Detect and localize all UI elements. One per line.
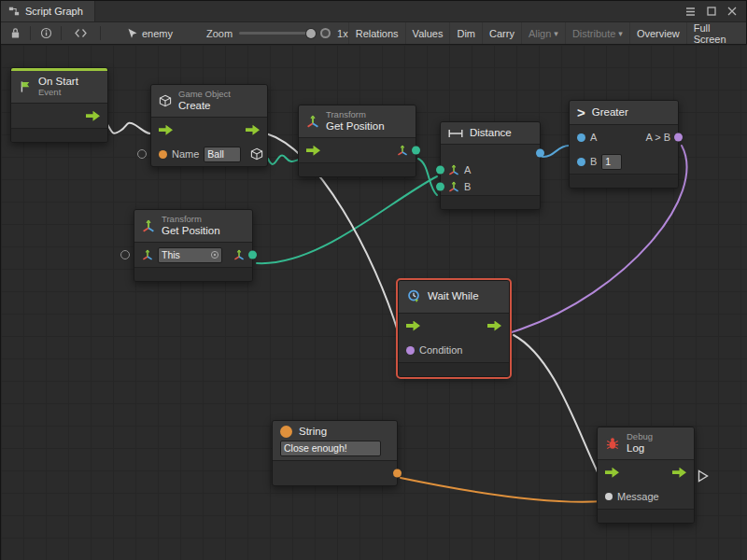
toolbar-divider <box>100 26 101 40</box>
node-subtitle: Transform <box>326 110 385 120</box>
wire-string-to-message[interactable] <box>401 478 603 502</box>
condition-port-label: Condition <box>419 344 462 356</box>
fullscreen-button[interactable]: Full Screen <box>686 22 742 44</box>
wire-onstart-to-create[interactable] <box>106 121 152 133</box>
node-header: Transform Get Position <box>134 210 252 243</box>
vector3-icon <box>233 249 245 260</box>
values-button[interactable]: Values <box>405 22 450 44</box>
node-title: Wait While <box>428 290 479 302</box>
window-controls <box>685 7 746 17</box>
b-input-port[interactable] <box>577 158 585 166</box>
result-output-port[interactable] <box>674 133 683 142</box>
game-object-output-port[interactable] <box>250 147 263 161</box>
name-input-port[interactable] <box>159 150 167 159</box>
node-get-position-1[interactable]: Transform Get Position <box>298 105 416 177</box>
unconnected-port[interactable] <box>137 149 147 159</box>
position-output-port[interactable] <box>412 147 420 155</box>
bug-icon <box>605 436 620 451</box>
info-icon[interactable] <box>35 22 56 44</box>
wire-create-to-getposition[interactable] <box>268 156 299 164</box>
a-input-port[interactable] <box>577 133 585 142</box>
carry-button[interactable]: Carry <box>482 22 521 44</box>
node-subtitle: Game Object <box>178 90 231 100</box>
node-header: Transform Get Position <box>299 105 416 138</box>
wire-getposition2-to-distance-a[interactable] <box>257 176 437 263</box>
tab-script-graph[interactable]: Script Graph <box>1 1 95 21</box>
graph-canvas[interactable]: On Start Event Game Object Create <box>1 44 747 560</box>
node-get-position-2[interactable]: Transform Get Position <box>134 209 253 282</box>
flow-output-port[interactable] <box>487 321 501 331</box>
wire-distance-to-greater[interactable] <box>543 146 569 157</box>
name-port-label: Name <box>172 148 199 160</box>
transform-axis-icon <box>306 115 319 128</box>
zoom-level: 1x <box>337 28 348 39</box>
node-footer <box>399 362 509 376</box>
wire-waitwhile-to-log[interactable] <box>514 335 599 474</box>
lock-icon[interactable] <box>5 22 26 44</box>
node-wait-while[interactable]: Wait While Condition <box>398 280 510 377</box>
distance-output-port[interactable] <box>536 149 544 158</box>
b-value-input[interactable] <box>601 154 622 170</box>
node-distance[interactable]: Distance A B <box>440 121 541 210</box>
vector3-icon <box>448 164 459 175</box>
node-title: String <box>299 426 327 438</box>
vector3-icon <box>397 145 408 156</box>
vector3-icon <box>448 181 459 192</box>
toolbar-divider <box>30 26 31 40</box>
node-header: String <box>273 421 397 440</box>
string-value-input[interactable] <box>280 441 381 456</box>
string-output-port[interactable] <box>393 469 402 478</box>
zoom-reset-button[interactable] <box>320 28 331 38</box>
node-footer <box>570 174 678 188</box>
maximize-icon[interactable] <box>707 7 716 16</box>
toolbar-divider <box>61 26 62 40</box>
unconnected-port[interactable] <box>120 250 130 259</box>
overview-button[interactable]: Overview <box>629 22 686 44</box>
toolbar-buttons: Relations Values Dim Carry Align Distrib… <box>348 22 742 44</box>
node-footer <box>299 162 416 176</box>
message-port-label: Message <box>617 491 659 502</box>
close-icon[interactable] <box>727 7 737 16</box>
b-input-port[interactable] <box>436 183 444 191</box>
condition-input-port[interactable] <box>406 346 415 355</box>
code-icon[interactable] <box>65 22 96 44</box>
dim-button[interactable]: Dim <box>449 22 482 44</box>
play-marker-icon <box>698 469 709 483</box>
align-button[interactable]: Align <box>521 22 565 44</box>
a-port-label: A <box>464 164 471 175</box>
result-port-label: A > B <box>645 132 670 143</box>
zoom-slider-handle[interactable] <box>306 29 316 38</box>
flow-output-port[interactable] <box>246 125 260 135</box>
node-greater[interactable]: > Greater A A > B B <box>569 100 679 189</box>
game-object-cube-icon <box>159 94 172 107</box>
flow-output-port[interactable] <box>672 468 686 478</box>
distance-icon <box>448 129 463 138</box>
node-create-game-object[interactable]: Game Object Create Name <box>150 84 268 167</box>
zoom-group: Zoom 1x <box>206 28 348 39</box>
position-output-port[interactable] <box>248 251 257 259</box>
string-icon <box>280 426 292 438</box>
node-debug-log[interactable]: Debug Log Message <box>597 427 695 524</box>
flow-input-port[interactable] <box>605 468 619 478</box>
name-value-input[interactable] <box>204 147 241 162</box>
node-title: Greater <box>592 106 628 119</box>
graph-owner[interactable]: enemy <box>127 28 173 39</box>
flow-input-port[interactable] <box>159 125 173 135</box>
node-string-literal[interactable]: String <box>272 420 398 486</box>
node-footer <box>134 267 252 281</box>
distribute-button[interactable]: Distribute <box>565 22 629 44</box>
node-title: Get Position <box>162 225 220 237</box>
node-on-start-event[interactable]: On Start Event <box>10 67 108 143</box>
window-menu-icon[interactable] <box>685 7 696 17</box>
object-picker-icon[interactable] <box>210 250 219 259</box>
a-input-port[interactable] <box>436 166 444 175</box>
relations-button[interactable]: Relations <box>348 22 405 44</box>
node-footer <box>11 128 107 142</box>
flow-output-port[interactable] <box>86 111 100 121</box>
b-port-label: B <box>464 181 471 192</box>
message-input-port[interactable] <box>605 493 613 500</box>
zoom-slider[interactable] <box>239 32 314 35</box>
transform-input-port[interactable] <box>306 146 320 156</box>
node-header: Distance <box>441 122 540 145</box>
flow-input-port[interactable] <box>406 321 420 331</box>
